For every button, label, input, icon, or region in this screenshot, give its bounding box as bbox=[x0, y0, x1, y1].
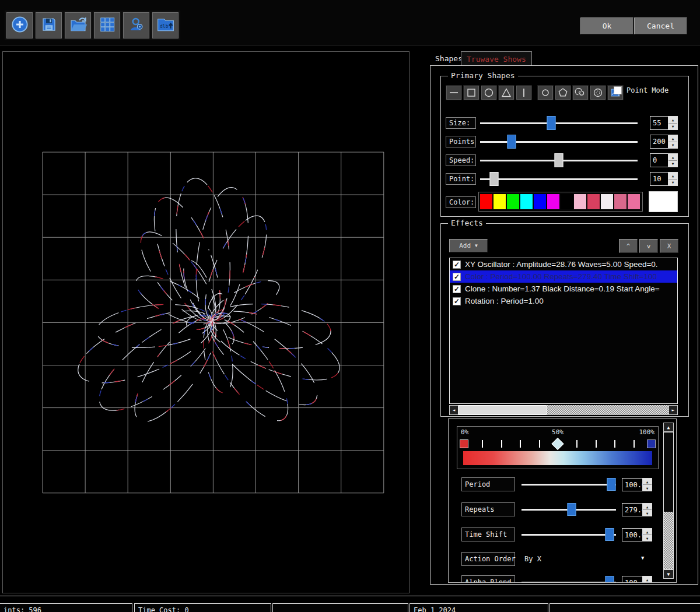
spin-time-shift-value[interactable]: 100.0 bbox=[622, 529, 642, 541]
spin-point-value[interactable]: 10 bbox=[650, 173, 668, 185]
current-color-swatch[interactable] bbox=[649, 191, 678, 212]
user-settings-button[interactable] bbox=[123, 12, 150, 39]
palette-swatch[interactable] bbox=[547, 194, 559, 209]
spin-size-up-icon[interactable]: ▲ bbox=[668, 117, 677, 124]
action-order-dropdown-icon[interactable]: ▼ bbox=[641, 555, 644, 561]
spin-repeats-value[interactable]: 279.4 bbox=[622, 504, 642, 516]
effects-list[interactable]: ✓XY Oscillator : Amplitude=28.76 Waves=5… bbox=[449, 258, 678, 404]
shape-button-triangle[interactable] bbox=[498, 85, 514, 100]
effect-checkbox[interactable]: ✓ bbox=[453, 285, 461, 293]
gradient-editor[interactable]: 0% 50% 100% bbox=[457, 426, 659, 469]
slider-track[interactable] bbox=[522, 484, 616, 486]
spin-time-shift-up-icon[interactable]: ▲ bbox=[643, 529, 652, 535]
effect-move-up-button[interactable]: ^ bbox=[619, 239, 638, 253]
hscroll-thumb[interactable] bbox=[459, 405, 547, 415]
color-palette[interactable] bbox=[478, 192, 643, 212]
spin-points-down-icon[interactable]: ▼ bbox=[668, 142, 677, 149]
spin-alpha-blend-up-icon[interactable]: ▲ bbox=[643, 576, 652, 583]
effect-checkbox[interactable]: ✓ bbox=[453, 297, 461, 305]
slider-thumb[interactable] bbox=[567, 503, 576, 516]
shape-button-small-circle[interactable] bbox=[537, 85, 554, 100]
shape-button-circle[interactable] bbox=[481, 85, 497, 100]
spin-alpha-blend[interactable]: 100.0▲▼ bbox=[622, 576, 652, 583]
shape-button-square[interactable] bbox=[463, 85, 480, 100]
add-effect-button[interactable]: Add▼ bbox=[449, 239, 488, 252]
slider-thumb[interactable] bbox=[508, 135, 516, 149]
scroll-right-icon[interactable]: ► bbox=[668, 405, 678, 415]
spin-size[interactable]: 55▲▼ bbox=[650, 116, 678, 130]
cancel-button[interactable]: Cancel bbox=[634, 17, 687, 34]
save-button[interactable] bbox=[35, 12, 62, 39]
slider-thumb[interactable] bbox=[605, 528, 614, 541]
spin-point-down-icon[interactable]: ▼ bbox=[668, 180, 677, 186]
effect-row[interactable]: ✓Clone : Number=1.37 Black Distance=0.19… bbox=[450, 283, 677, 295]
slider-thumb[interactable] bbox=[605, 576, 614, 583]
palette-swatch[interactable] bbox=[628, 194, 640, 209]
spin-size-down-icon[interactable]: ▼ bbox=[668, 124, 677, 130]
effect-checkbox[interactable]: ✓ bbox=[453, 261, 461, 269]
spin-points-up-icon[interactable]: ▲ bbox=[668, 135, 677, 142]
props-vscrollbar[interactable]: ▲ ▼ bbox=[663, 423, 674, 579]
spin-time-shift-down-icon[interactable]: ▼ bbox=[643, 535, 652, 541]
effect-row[interactable]: ✓Rotation : Period=1.00 bbox=[450, 295, 677, 307]
gradient-bar[interactable] bbox=[463, 451, 652, 465]
scroll-down-icon[interactable]: ▼ bbox=[663, 569, 674, 579]
shape-button-line[interactable] bbox=[446, 85, 462, 100]
shape-button-textured-circle[interactable] bbox=[590, 85, 606, 100]
effect-row[interactable]: ✓Color : Period=100.00 Repeats=279.40 Ti… bbox=[450, 270, 677, 283]
palette-swatch[interactable] bbox=[561, 194, 573, 209]
spin-period[interactable]: 100.0▲▼ bbox=[622, 478, 652, 491]
spin-points[interactable]: 200▲▼ bbox=[650, 135, 678, 149]
spin-repeats[interactable]: 279.4▲▼ bbox=[622, 503, 652, 516]
palette-swatch[interactable] bbox=[614, 194, 626, 209]
slider-thumb[interactable] bbox=[555, 153, 564, 167]
palette-swatch[interactable] bbox=[494, 194, 506, 209]
shape-button-vertical-line[interactable] bbox=[516, 85, 532, 100]
open-button[interactable] bbox=[64, 12, 92, 39]
scroll-up-icon[interactable]: ▲ bbox=[663, 423, 674, 432]
slider-track[interactable] bbox=[480, 141, 638, 143]
palette-swatch[interactable] bbox=[480, 194, 492, 209]
laser-preview-canvas[interactable] bbox=[3, 52, 409, 594]
spin-period-value[interactable]: 100.0 bbox=[622, 479, 642, 491]
slider-thumb[interactable] bbox=[607, 478, 615, 491]
scroll-left-icon[interactable]: ◄ bbox=[449, 405, 459, 415]
effect-delete-button[interactable]: X bbox=[660, 239, 678, 253]
spin-speed-value[interactable]: 0 bbox=[650, 154, 668, 167]
ok-button[interactable]: Ok bbox=[580, 17, 634, 34]
slider-thumb[interactable] bbox=[547, 116, 555, 130]
slider-thumb[interactable] bbox=[490, 172, 499, 186]
vscroll-thumb[interactable] bbox=[664, 512, 673, 569]
spin-repeats-up-icon[interactable]: ▲ bbox=[643, 504, 652, 510]
spin-repeats-down-icon[interactable]: ▼ bbox=[643, 510, 652, 516]
spin-period-up-icon[interactable]: ▲ bbox=[643, 479, 652, 485]
spin-period-down-icon[interactable]: ▼ bbox=[643, 485, 652, 491]
spin-point-up-icon[interactable]: ▲ bbox=[668, 173, 677, 180]
point-mode-checkbox[interactable] bbox=[614, 86, 622, 94]
grid-button[interactable] bbox=[93, 12, 121, 39]
spin-point[interactable]: 10▲▼ bbox=[650, 172, 678, 186]
shape-button-spiral[interactable] bbox=[572, 85, 589, 100]
effect-row[interactable]: ✓XY Oscillator : Amplitude=28.76 Waves=5… bbox=[450, 258, 677, 270]
new-button[interactable] bbox=[6, 12, 33, 39]
dlb-export-button[interactable]: dlb bbox=[152, 12, 179, 39]
shape-button-pentagon[interactable] bbox=[555, 85, 571, 100]
gradient-end-marker[interactable] bbox=[647, 439, 656, 448]
slider-track[interactable] bbox=[522, 534, 616, 536]
spin-speed-up-icon[interactable]: ▲ bbox=[668, 154, 677, 161]
effects-hscrollbar[interactable]: ◄ ► bbox=[449, 405, 678, 415]
spin-size-value[interactable]: 55 bbox=[650, 117, 668, 129]
tab-truwave-shows[interactable]: Truwave Shows bbox=[461, 51, 532, 66]
palette-swatch[interactable] bbox=[520, 194, 533, 209]
spin-speed-down-icon[interactable]: ▼ bbox=[668, 161, 677, 167]
spin-alpha-blend-value[interactable]: 100.0 bbox=[622, 576, 642, 583]
palette-swatch[interactable] bbox=[507, 194, 519, 209]
gradient-start-marker[interactable] bbox=[460, 439, 468, 448]
spin-time-shift[interactable]: 100.0▲▼ bbox=[622, 528, 652, 541]
palette-swatch[interactable] bbox=[534, 194, 546, 209]
palette-swatch[interactable] bbox=[601, 194, 613, 209]
slider-track[interactable] bbox=[522, 582, 616, 583]
effect-checkbox[interactable]: ✓ bbox=[453, 273, 461, 281]
effect-move-down-button[interactable]: v bbox=[639, 239, 658, 253]
spin-speed[interactable]: 0▲▼ bbox=[650, 153, 678, 167]
